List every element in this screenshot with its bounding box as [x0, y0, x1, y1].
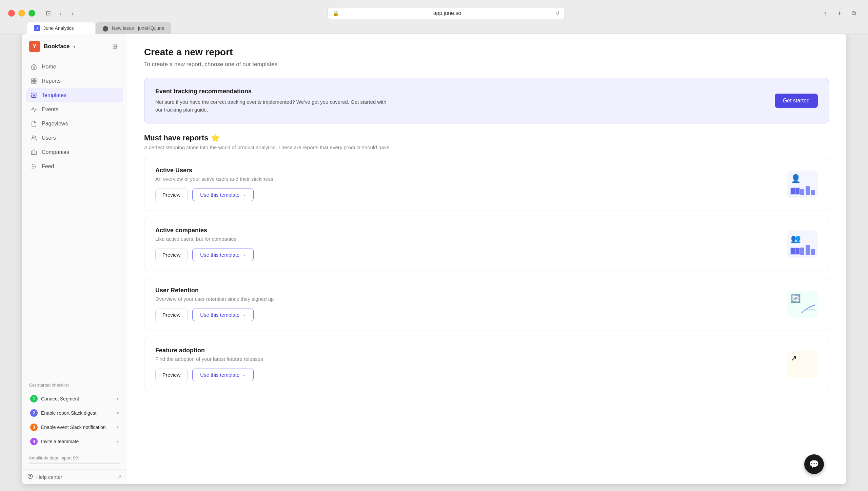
sidebar-item-home[interactable]: Home — [26, 60, 123, 74]
user-retention-thumb-icon: 🔄 — [791, 294, 801, 303]
bar-c3 — [811, 249, 815, 255]
address-bar[interactable]: 🔒 app.june.so ↺ — [328, 7, 565, 19]
workspace-chevron-icon: ▾ — [73, 44, 76, 49]
progress-section: Amplitude data import 0% — [22, 453, 127, 469]
sidebar-item-templates[interactable]: Templates — [26, 88, 123, 102]
reload-icon[interactable]: ↺ — [555, 10, 560, 16]
report-card-feature-adoption: Feature adoption Find the adoption of yo… — [144, 337, 829, 391]
checklist-item-invite[interactable]: 4 Invite a teammate ▾ — [27, 434, 121, 449]
home-icon — [30, 63, 38, 71]
preview-active-users-button[interactable]: Preview — [155, 189, 188, 201]
user-retention-thumbnail: 🔄 — [787, 291, 818, 318]
sidebar-item-pageviews[interactable]: Pageviews — [26, 117, 123, 131]
report-card-active-users-content: Active Users An overview of your active … — [155, 167, 779, 201]
app-window: Y Bookface ▾ ⊞ Home Reports — [22, 33, 846, 484]
sidebar-users-label: Users — [42, 135, 56, 141]
sidebar-item-events[interactable]: Events — [26, 102, 123, 117]
preview-active-companies-button[interactable]: Preview — [155, 249, 188, 261]
url-display: app.june.so — [342, 10, 553, 16]
close-button[interactable] — [8, 10, 15, 17]
sidebar-item-companies[interactable]: Companies — [26, 145, 123, 159]
tab-june-label: June Analytics — [43, 25, 74, 31]
main-content: Create a new report To create a new repo… — [127, 33, 846, 484]
report-user-retention-actions: Preview Use this template → — [155, 309, 779, 321]
svg-point-10 — [32, 168, 33, 169]
use-template-active-companies-button[interactable]: Use this template → — [192, 249, 254, 261]
tab-june[interactable]: J June Analytics — [27, 22, 95, 34]
report-active-companies-actions: Preview Use this template → — [155, 249, 779, 261]
active-companies-thumb-icon: 👥 — [791, 234, 801, 243]
github-tab-icon: ⬤ — [102, 25, 108, 31]
june-tab-icon: J — [34, 25, 40, 31]
svg-rect-6 — [35, 95, 36, 96]
svg-rect-7 — [35, 97, 36, 98]
svg-rect-1 — [35, 79, 36, 80]
sidebar-item-users[interactable]: Users — [26, 131, 123, 145]
checklist-label-4: Invite a teammate — [41, 439, 79, 444]
checklist-section: Get started checklist 1 Connect Segment … — [22, 376, 127, 453]
report-feature-adoption-desc: Find the adoption of your latest feature… — [155, 356, 779, 362]
share-button[interactable]: ↑ — [819, 7, 831, 19]
report-active-users-title: Active Users — [155, 167, 779, 174]
use-template-active-users-button[interactable]: Use this template → — [192, 189, 254, 201]
tab-github-label: New Issue · juneHQ/june — [112, 25, 164, 31]
checklist-chevron-1: ▾ — [117, 396, 119, 401]
sidebar-pageviews-label: Pageviews — [42, 121, 68, 127]
active-companies-bars — [800, 245, 815, 255]
sidebar-toggle-browser[interactable]: ⊡ — [42, 7, 54, 19]
section-title: Must have reports ⭐ — [144, 134, 829, 142]
active-users-thumbnail: 👤 — [787, 171, 818, 198]
external-link-icon[interactable]: ↗ — [117, 474, 121, 480]
checklist-item-slack-digest[interactable]: 2 Enable report Slack digest ▾ — [27, 406, 121, 420]
sidebar-item-feed[interactable]: Feed — [26, 159, 123, 174]
checklist-title: Get started checklist — [27, 382, 121, 388]
banner-title: Event tracking recommendations — [155, 88, 393, 95]
minimize-button[interactable] — [18, 10, 25, 17]
sidebar-item-reports[interactable]: Reports — [26, 74, 123, 88]
help-center-link[interactable]: Help center — [27, 474, 62, 480]
chat-widget[interactable]: 💬 — [804, 454, 824, 474]
new-tab-button[interactable]: + — [834, 8, 845, 19]
fullscreen-button[interactable] — [28, 10, 35, 17]
report-card-user-retention-content: User Retention Overview of your user ret… — [155, 287, 779, 321]
page-subtitle: To create a new report, choose one of ou… — [144, 61, 829, 68]
checklist-chevron-3: ▾ — [117, 425, 119, 430]
sidebar-home-label: Home — [42, 64, 56, 70]
progress-label: Amplitude data import 0% — [29, 455, 120, 460]
report-active-companies-desc: Like active users, but for companies — [155, 236, 779, 242]
feature-adoption-thumbnail: ↗ — [787, 351, 818, 378]
checklist-item-slack-notification[interactable]: 3 Enable event Slack notification ▾ — [27, 420, 121, 434]
section-desc: A perfect stepping stone into the world … — [144, 144, 829, 150]
use-template-feature-adoption-button[interactable]: Use this template → — [192, 369, 254, 381]
checklist-num-2: 2 — [30, 409, 38, 417]
svg-rect-0 — [32, 79, 33, 80]
bar-c2 — [806, 245, 810, 255]
sidebar: Y Bookface ▾ ⊞ Home Reports — [22, 33, 127, 484]
report-card-user-retention: User Retention Overview of your user ret… — [144, 277, 829, 331]
svg-rect-3 — [35, 82, 36, 83]
windows-button[interactable]: ⧉ — [848, 7, 860, 19]
bar-2 — [806, 186, 810, 195]
preview-user-retention-button[interactable]: Preview — [155, 309, 188, 321]
active-companies-table-thumb — [790, 248, 800, 255]
workspace-selector[interactable]: Y Bookface ▾ — [29, 41, 76, 52]
preview-feature-adoption-button[interactable]: Preview — [155, 369, 188, 381]
checklist-num-1: 1 — [30, 395, 38, 402]
back-button[interactable]: ‹ — [54, 7, 66, 19]
page-title: Create a new report — [144, 47, 829, 58]
get-started-button[interactable]: Get started — [775, 94, 818, 108]
progress-bar — [29, 463, 120, 464]
report-active-users-desc: An overview of your active users and the… — [155, 176, 779, 182]
forward-button[interactable]: › — [66, 7, 79, 19]
tab-github[interactable]: ⬤ New Issue · juneHQ/june — [96, 22, 171, 34]
report-feature-adoption-actions: Preview Use this template → — [155, 369, 779, 381]
checklist-item-connect-segment[interactable]: 1 Connect Segment ▾ — [27, 392, 121, 406]
tabs-bar: J June Analytics ⬤ New Issue · juneHQ/ju… — [0, 20, 868, 34]
svg-rect-5 — [32, 95, 34, 98]
use-template-user-retention-button[interactable]: Use this template → — [192, 309, 254, 321]
report-user-retention-desc: Overview of your user retention since th… — [155, 296, 779, 302]
chat-icon: 💬 — [809, 459, 819, 469]
feed-icon — [30, 163, 38, 170]
reports-section: Must have reports ⭐ A perfect stepping s… — [144, 134, 829, 391]
sidebar-compose-button[interactable]: ⊞ — [109, 41, 120, 52]
